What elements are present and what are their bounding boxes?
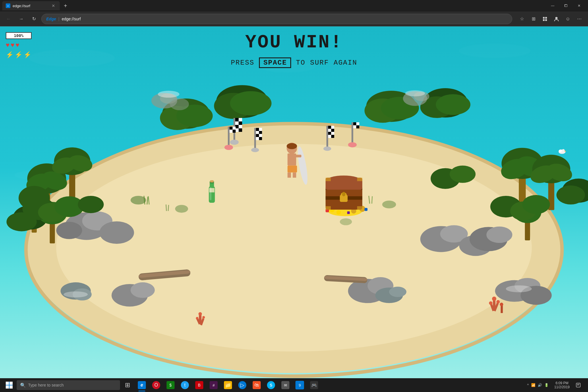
svg-point-125 — [287, 143, 297, 149]
edge-browser-icon: Edge — [46, 17, 56, 21]
emoji-button[interactable]: ☺ — [563, 14, 573, 24]
search-icon: 🔍 — [20, 383, 26, 388]
more-button[interactable]: ⋯ — [574, 14, 585, 24]
svg-rect-103 — [230, 127, 233, 130]
taskbar-app1[interactable]: B — [192, 378, 206, 392]
app3-icon: 9 — [295, 381, 304, 389]
svg-point-33 — [556, 186, 585, 204]
svg-point-178 — [562, 149, 565, 152]
svg-rect-87 — [235, 125, 239, 128]
svg-point-41 — [230, 91, 272, 115]
svg-point-80 — [340, 218, 352, 225]
svg-point-171 — [492, 297, 496, 301]
svg-rect-97 — [256, 134, 259, 137]
address-input[interactable]: Edge | edge://surf — [41, 14, 512, 24]
profile-button[interactable] — [551, 14, 562, 24]
svg-rect-114 — [331, 132, 334, 135]
svg-rect-90 — [239, 128, 242, 132]
svg-point-47 — [436, 94, 470, 115]
svg-rect-101 — [228, 127, 230, 147]
svg-rect-138 — [364, 208, 368, 211]
taskbar-game[interactable]: 🎮 — [307, 378, 321, 392]
to-surf-text: TO SURF AGAIN — [296, 59, 357, 67]
svg-point-195 — [506, 285, 532, 292]
opera-icon: O — [152, 381, 160, 389]
toolbar-icons: ☆ ⊞ ☺ ⋯ — [517, 14, 585, 24]
title-bar: e edge://surf ✕ + — ⧠ ✕ — [0, 0, 588, 11]
system-tray: ^ 📶 🔊 🔋 6:09 PM 11/2/2019 — [525, 378, 586, 392]
favorites-button[interactable]: ☆ — [517, 14, 527, 24]
start-button[interactable] — [2, 378, 16, 392]
svg-point-82 — [230, 140, 239, 145]
game-icon: 🎮 — [310, 381, 318, 389]
bolt-2: ⚡ — [15, 51, 22, 59]
maximize-button[interactable]: ⧠ — [559, 0, 572, 11]
clock[interactable]: 6:09 PM 11/2/2019 — [552, 381, 572, 389]
clock-date: 11/2/2019 — [554, 385, 570, 389]
taskbar-money[interactable]: $ — [164, 378, 177, 392]
taskbar-slack[interactable]: # — [207, 378, 220, 392]
taskbar-edge[interactable]: e — [135, 378, 149, 392]
bolt-3: ⚡ — [24, 51, 31, 59]
collections-button[interactable]: ⊞ — [528, 14, 539, 24]
new-tab-button[interactable]: + — [61, 1, 70, 10]
forward-icon: → — [19, 16, 24, 22]
svg-rect-109 — [328, 126, 331, 129]
svg-rect-89 — [235, 128, 239, 132]
refresh-icon: ↻ — [32, 16, 36, 22]
svg-rect-94 — [259, 128, 262, 131]
svg-rect-117 — [351, 122, 353, 145]
svg-point-56 — [486, 227, 512, 243]
svg-rect-129 — [293, 173, 296, 178]
forward-button[interactable]: → — [16, 14, 26, 24]
svg-rect-100 — [259, 137, 262, 140]
taskbar-cortana[interactable]: ▷ — [235, 378, 249, 392]
tray-icons: ^ 📶 🔊 🔋 — [525, 383, 551, 387]
svg-rect-95 — [256, 131, 259, 134]
svg-rect-91 — [254, 128, 256, 149]
heart-1: ♥ — [6, 41, 9, 49]
taskbar-skype[interactable]: S — [264, 378, 278, 392]
heart-2: ♥ — [11, 41, 14, 49]
task-view-button[interactable]: ⊞ — [121, 378, 134, 392]
taskbar-files[interactable]: 📁 — [221, 378, 235, 392]
health-bar: 100% — [6, 32, 32, 39]
extensions-button[interactable] — [540, 14, 550, 24]
store-icon: 🛍 — [253, 381, 261, 389]
taskbar-store[interactable]: 🛍 — [250, 378, 264, 392]
taskbar-app2[interactable]: ✉ — [278, 378, 292, 392]
task-view-icon: ⊞ — [123, 381, 131, 389]
minimize-button[interactable]: — — [546, 0, 559, 11]
taskbar-search[interactable]: 🔍 Type here to search — [17, 380, 120, 390]
network-icon: 📶 — [531, 383, 535, 387]
svg-rect-2 — [543, 17, 545, 19]
taskbar-twitter[interactable]: t — [178, 378, 192, 392]
svg-point-193 — [405, 90, 425, 96]
svg-point-79 — [382, 200, 396, 208]
svg-rect-121 — [353, 125, 356, 128]
svg-rect-98 — [259, 134, 262, 137]
svg-text:e: e — [7, 5, 9, 7]
close-button[interactable]: ✕ — [572, 0, 586, 11]
taskbar-opera[interactable]: O — [149, 378, 163, 392]
svg-rect-120 — [356, 122, 359, 125]
svg-rect-128 — [287, 173, 291, 178]
svg-rect-115 — [328, 135, 331, 138]
taskbar-app3[interactable]: 9 — [293, 378, 307, 392]
svg-rect-150 — [326, 206, 331, 210]
win-message: YOU WIN! PRESS SPACE TO SURF AGAIN — [231, 32, 357, 68]
back-button[interactable]: ← — [3, 14, 14, 24]
back-icon: ← — [6, 16, 11, 22]
tab-close-button[interactable]: ✕ — [51, 3, 56, 9]
svg-point-192 — [158, 91, 179, 98]
refresh-button[interactable]: ↻ — [29, 14, 39, 24]
svg-rect-126 — [287, 153, 296, 165]
svg-rect-4 — [543, 19, 545, 21]
windows-icon — [6, 382, 13, 389]
svg-point-51 — [56, 222, 82, 239]
svg-rect-5 — [545, 19, 547, 21]
notification-button[interactable] — [573, 378, 583, 392]
svg-point-147 — [342, 192, 345, 196]
active-tab[interactable]: e edge://surf ✕ — [2, 1, 60, 10]
tray-up-arrow[interactable]: ^ — [527, 383, 529, 387]
